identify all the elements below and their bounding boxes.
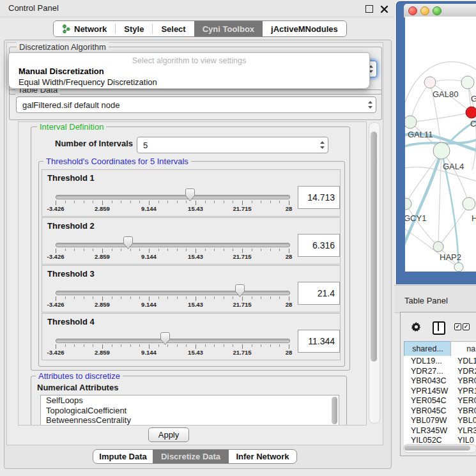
tab-network-label: Network [74,24,107,34]
tab-network[interactable]: Network [54,21,115,36]
tab-cyni-toolbox[interactable]: Cyni Toolbox [194,21,263,36]
table-row[interactable]: YBR043CYBR0 [404,376,476,386]
float-window-icon[interactable] [365,5,373,13]
list-scrollbar[interactable] [332,397,337,424]
table-row[interactable]: YDR27...YDR2 [404,366,476,376]
table-row[interactable]: YER054CYER0 [404,395,476,406]
cell-name[interactable]: YPR1 [457,387,476,395]
cell-shared-name[interactable]: YLR345W [411,426,447,435]
table-row[interactable]: YPR145WYPR1 [404,386,476,396]
column-header-shared-name[interactable]: shared... [404,341,452,357]
threshold-1-value-field[interactable]: 14.713 [298,186,340,209]
cell-name[interactable]: YLR3 [457,426,476,435]
threshold-3-slider-track[interactable] [56,291,290,295]
cell-name[interactable]: YBL0 [457,416,476,425]
cell-name[interactable]: YBR0 [457,406,476,415]
cell-name[interactable]: YDL1 [457,357,476,365]
threshold-1-axis-labels: -3.426 2.859 9.144 15.43 21.715 28 [56,205,289,213]
node-gcy1[interactable] [405,198,411,210]
table-row[interactable]: YLR345WYLR3 [404,426,476,436]
network-window-titlebar[interactable] [404,4,476,18]
node-gal11[interactable] [405,116,417,128]
threshold-2-slider-thumb[interactable] [123,236,133,249]
table-panel-title: Table Panel [404,296,448,305]
tab-style[interactable]: Style [116,21,152,36]
axis-tick: -3.426 [47,253,65,260]
settings-scrollbar-track[interactable] [369,122,380,424]
cell-shared-name[interactable]: YBR043C [411,376,447,385]
node-gal4[interactable] [433,142,450,159]
table-row[interactable]: YBL079WYBL0 [404,415,476,426]
apply-button[interactable]: Apply [148,427,189,442]
cell-shared-name[interactable]: YDL19... [411,357,442,365]
select-checkbox-icon[interactable]: ✓ [454,323,461,330]
cell-name[interactable]: YDR2 [457,367,476,376]
threshold-4-slider-thumb[interactable] [160,332,170,345]
tab-impute-data[interactable]: Impute Data [93,450,153,463]
cell-shared-name[interactable]: YDR27... [411,367,443,376]
axis-tick: 21.715 [233,349,251,356]
node-red-selected[interactable] [466,107,476,118]
cell-name[interactable]: YBR0 [457,376,476,385]
cyni-bottom-tabs: Impute Data Discretize Data Infer Networ… [93,449,297,464]
threshold-1-slider-track[interactable] [56,195,290,199]
close-traffic-light[interactable] [408,6,417,15]
split-columns-icon[interactable] [433,321,445,335]
cell-shared-name[interactable]: YIL052C [411,436,442,445]
zoom-traffic-light[interactable] [433,6,441,15]
threshold-2-value-field[interactable]: 6.316 [298,234,340,257]
list-item-selfloops[interactable]: SelfLoops [41,395,339,406]
threshold-1-slider-thumb[interactable] [185,188,195,201]
axis-tick: 28 [286,253,293,260]
label-hap2: HAP2 [440,252,461,262]
cell-name[interactable]: YIL0 [457,436,474,445]
table-horizontal-scrollbar-thumb[interactable] [404,445,470,450]
node-hap2[interactable] [433,242,443,252]
table-row[interactable]: YBR045CYBR0 [404,406,476,416]
threshold-2-slider-track[interactable] [56,243,290,247]
dropdown-option-manual-discretization[interactable]: Manual Discretization [19,66,104,76]
threshold-2-panel: Threshold 2 -3.426 2.859 9.144 15.43 21.… [42,217,341,265]
tab-select[interactable]: Select [153,21,194,36]
close-icon[interactable] [380,4,388,13]
axis-tick: 2.859 [95,205,110,212]
node-gal80[interactable] [424,77,436,88]
network-canvas[interactable]: GAL80 GA C GAL11 GAL4 GCY1 H HAP2 [405,17,476,272]
minimize-traffic-light[interactable] [420,6,429,15]
cell-shared-name[interactable]: YBR045C [411,406,447,415]
cell-shared-name[interactable]: YPR145W [411,387,448,395]
tab-infer-network[interactable]: Infer Network [229,450,296,463]
numerical-attributes-list[interactable]: SelfLoops TopologicalCoefficient Between… [40,395,339,426]
axis-tick: 15.43 [188,205,203,212]
threshold-3-value-field[interactable]: 21.4 [298,282,340,305]
table-row[interactable]: YDL19...YDL1 [404,356,476,366]
threshold-3-label: Threshold 3 [47,269,95,279]
tab-jactivemnodules[interactable]: jActiveMNodules [263,21,346,36]
table-settings-gear-icon[interactable] [411,321,422,335]
node-g-cut[interactable] [461,76,474,89]
column-header-name[interactable]: na... [450,341,476,357]
cell-shared-name[interactable]: YER054C [411,396,447,405]
node-h-cut[interactable] [463,197,475,210]
discretization-algorithm-group-title: Discretization Algorithm [17,42,109,52]
threshold-4-slider-track[interactable] [56,339,290,343]
tab-discretize-data[interactable]: Discretize Data [153,450,229,463]
select-checkbox-icon-2[interactable]: ✓ [463,323,470,330]
threshold-3-slider-thumb[interactable] [235,284,245,297]
number-of-intervals-value: 5 [137,141,316,150]
node-bottom-cut[interactable] [454,263,463,272]
list-item-topologicalcoefficient[interactable]: TopologicalCoefficient [41,406,339,416]
axis-tick: 28 [286,205,293,212]
cell-name[interactable]: YER0 [457,396,476,405]
cell-shared-name[interactable]: YBL079W [411,416,447,425]
table-horizontal-scrollbar[interactable] [403,444,476,453]
settings-scrollbar-thumb[interactable] [371,132,377,362]
threshold-3-axis-labels: -3.426 2.859 9.144 15.43 21.715 28 [56,301,289,309]
list-item-betweennesscentrality[interactable]: BetweennessCentrality [41,415,339,426]
table-data-combobox[interactable]: galFiltered.sif default node [16,96,376,113]
control-panel-titlebar: Control Panel [0,0,394,17]
threshold-4-value-field[interactable]: 11.344 [298,330,340,353]
dropdown-option-equal-width-frequency[interactable]: Equal Width/Frequency Discretization [19,77,157,87]
column-header-name-label: na... [466,344,476,353]
number-of-intervals-combobox[interactable]: 5 [137,137,328,153]
